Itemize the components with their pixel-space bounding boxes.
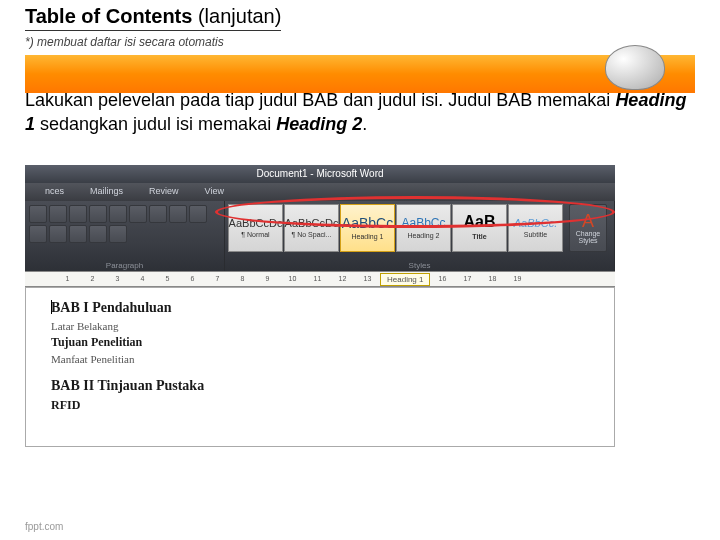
group-paragraph: Paragraph [25, 201, 225, 271]
borders-button[interactable] [109, 225, 127, 243]
style-title[interactable]: AaBTitle [452, 204, 507, 252]
align-right-button[interactable] [29, 225, 47, 243]
ruler: 12345678910111213141516171819 Heading 1 [25, 271, 615, 287]
styles-gallery: AaBbCcDc¶ Normal AaBbCcDc¶ No Spaci... A… [225, 201, 566, 255]
style-subtitle[interactable]: AaBbCc.Subtitle [508, 204, 563, 252]
slide-title: Table of Contents (lanjutan) [25, 5, 281, 31]
shading-button[interactable] [89, 225, 107, 243]
multilevel-button[interactable] [69, 205, 87, 223]
doc-line: Latar Belakang [51, 320, 589, 332]
doc-heading1: BAB I Pendahuluan [51, 300, 589, 316]
letter-a-icon: A [582, 212, 594, 230]
doc-line: Manfaat Penelitian [51, 353, 589, 365]
indent-inc-button[interactable] [109, 205, 127, 223]
slide-header: Table of Contents (lanjutan) *) membuat … [0, 0, 720, 70]
ribbon: Paragraph AaBbCcDc¶ Normal AaBbCcDc¶ No … [25, 201, 615, 271]
numbering-button[interactable] [49, 205, 67, 223]
doc-heading2: RFID [51, 398, 589, 413]
bullets-button[interactable] [29, 205, 47, 223]
justify-button[interactable] [49, 225, 67, 243]
doc-heading2: Tujuan Penelitian [51, 335, 589, 350]
sort-button[interactable] [129, 205, 147, 223]
word-screenshot: Document1 - Microsoft Word nces Mailings… [25, 165, 615, 447]
style-heading2[interactable]: AaBbCcHeading 2 [396, 204, 451, 252]
tab-mailings[interactable]: Mailings [78, 183, 135, 201]
word-titlebar: Document1 - Microsoft Word [25, 165, 615, 183]
show-marks-button[interactable] [149, 205, 167, 223]
decorative-bar [25, 55, 695, 93]
ribbon-tab-row: nces Mailings Review View [25, 183, 615, 201]
tab-review[interactable]: Review [137, 183, 191, 201]
document-area[interactable]: BAB I Pendahuluan Latar Belakang Tujuan … [25, 287, 615, 447]
tab-view[interactable]: View [193, 183, 236, 201]
mouse-icon [605, 45, 665, 90]
style-normal[interactable]: AaBbCcDc¶ Normal [228, 204, 283, 252]
align-center-button[interactable] [189, 205, 207, 223]
footer-credit: fppt.com [25, 521, 63, 532]
style-nospacing[interactable]: AaBbCcDc¶ No Spaci... [284, 204, 339, 252]
style-heading1[interactable]: AaBbCcHeading 1 [340, 204, 395, 252]
group-label-paragraph: Paragraph [25, 261, 224, 270]
doc-heading1: BAB II Tinjauan Pustaka [51, 378, 589, 394]
text-cursor [51, 300, 52, 314]
group-label-styles: Styles [225, 261, 614, 270]
slide-subtitle: *) membuat daftar isi secara otomatis [25, 35, 695, 49]
tab-references[interactable]: nces [33, 183, 76, 201]
change-styles-button[interactable]: AChange Styles [569, 204, 607, 252]
style-tooltip: Heading 1 [380, 273, 430, 286]
group-styles: AaBbCcDc¶ Normal AaBbCcDc¶ No Spaci... A… [225, 201, 615, 271]
indent-dec-button[interactable] [89, 205, 107, 223]
align-left-button[interactable] [169, 205, 187, 223]
line-spacing-button[interactable] [69, 225, 87, 243]
